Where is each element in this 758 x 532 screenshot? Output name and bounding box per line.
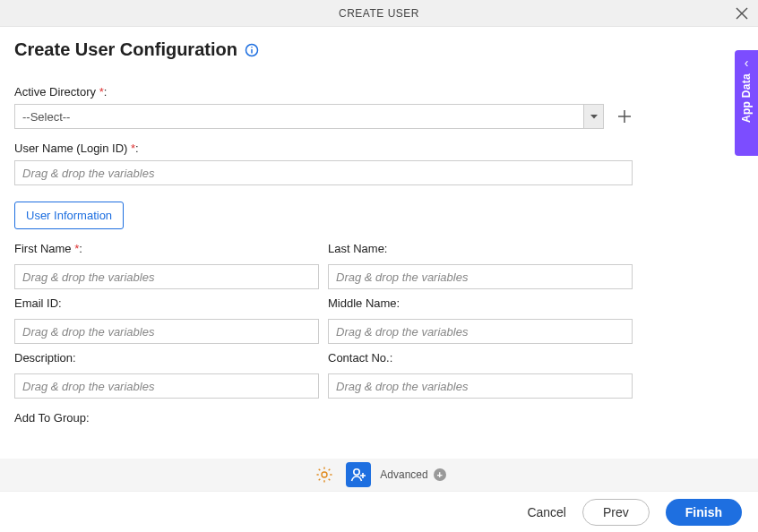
svg-point-4 (251, 46, 253, 47)
middle-name-input[interactable] (328, 319, 633, 344)
info-icon[interactable] (245, 43, 259, 57)
contact-no-input[interactable] (328, 373, 633, 399)
first-name-input[interactable] (14, 264, 319, 289)
first-name-label: First Name *: (14, 242, 319, 255)
user-name-label: User Name (Login ID) *: (14, 142, 633, 155)
bottom-toolbar: Advanced + (0, 459, 758, 491)
description-label: Description: (14, 351, 319, 365)
footer: Cancel Prev Finish (0, 491, 758, 532)
select-value: --Select-- (15, 105, 583, 128)
advanced-toggle[interactable]: Advanced + (380, 468, 445, 481)
tab-user-information[interactable]: User Information (14, 202, 124, 229)
last-name-label: Last Name: (328, 242, 633, 255)
active-directory-select[interactable]: --Select-- (14, 104, 604, 129)
middle-name-label: Middle Name: (328, 296, 633, 310)
svg-marker-5 (590, 115, 598, 119)
svg-point-8 (322, 472, 327, 477)
last-name-input[interactable] (328, 264, 633, 289)
email-id-label: Email ID: (14, 296, 319, 310)
svg-point-9 (354, 469, 359, 475)
prev-button[interactable]: Prev (582, 499, 650, 526)
page-title: Create User Configuration (14, 39, 237, 60)
chevron-down-icon[interactable] (583, 105, 603, 128)
add-to-group-label: Add To Group: (14, 411, 633, 425)
description-input[interactable] (14, 373, 319, 399)
finish-button[interactable]: Finish (666, 499, 742, 526)
close-icon[interactable] (735, 6, 749, 21)
user-plus-icon[interactable] (346, 462, 371, 487)
plus-circle-icon: + (434, 468, 446, 481)
contact-no-label: Contact No.: (328, 351, 633, 365)
active-directory-label: Active Directory *: (14, 85, 633, 99)
email-id-input[interactable] (14, 319, 319, 344)
user-name-input[interactable] (14, 160, 633, 185)
add-directory-button[interactable] (616, 108, 633, 124)
modal-title: CREATE USER (339, 7, 419, 20)
advanced-label: Advanced (380, 468, 427, 481)
cancel-button[interactable]: Cancel (527, 505, 566, 519)
modal-header: CREATE USER (0, 0, 758, 27)
gear-icon[interactable] (312, 462, 337, 487)
